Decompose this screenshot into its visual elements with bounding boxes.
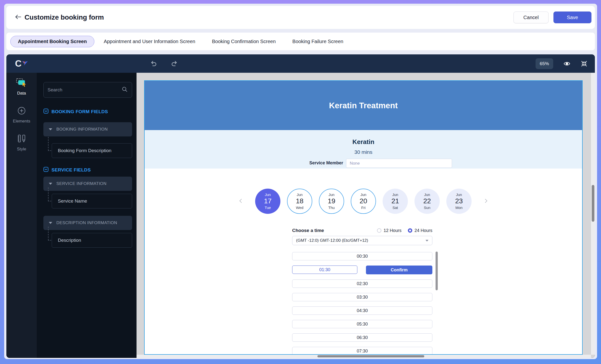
group-header-service-information[interactable]: SERVICE INFORMATION <box>43 177 132 191</box>
undo-icon[interactable] <box>148 59 158 69</box>
field-item-description[interactable]: Description <box>52 233 132 248</box>
sidebar-item-data[interactable]: Data <box>16 78 27 96</box>
redo-icon[interactable] <box>170 59 180 69</box>
app-logo: C <box>6 59 37 69</box>
date-pill-jun-19[interactable]: Jun19Thu <box>319 189 344 214</box>
next-dates-button[interactable] <box>482 197 490 206</box>
radio-dot-icon <box>408 228 412 233</box>
back-button[interactable] <box>13 12 23 22</box>
time-slot-01-30[interactable]: 01:30 <box>292 266 357 274</box>
field-item-booking-form-description[interactable]: Booking Form Description <box>52 143 132 158</box>
date-pill-jun-17[interactable]: Jun17Tue <box>255 189 280 214</box>
date-day: 17 <box>264 197 272 205</box>
zoom-level-badge[interactable]: 65% <box>536 58 553 69</box>
date-month: Jun <box>456 193 462 197</box>
confirm-button[interactable]: Confirm <box>366 266 432 274</box>
sidebar-item-label: Style <box>17 147 26 152</box>
workspace: DataElementsStyle BOOKING FORM FIELDSBOO… <box>6 73 595 358</box>
date-month: Jun <box>392 193 398 197</box>
date-day: 18 <box>296 197 303 205</box>
tab-appointment-and-user-information-screen[interactable]: Appointment and User Information Screen <box>95 39 204 44</box>
date-pill-jun-20[interactable]: Jun20Fri <box>351 189 376 214</box>
chevron-down-icon <box>426 240 428 242</box>
tab-booking-failure-screen[interactable]: Booking Failure Screen <box>284 39 352 44</box>
radio-24-hours[interactable]: 24 Hours <box>408 228 432 233</box>
radio-12-hours[interactable]: 12 Hours <box>377 228 401 233</box>
time-slot-05-30[interactable]: 05:30 <box>292 320 432 328</box>
nav-rail: DataElementsStyle <box>6 73 37 358</box>
caret-down-icon <box>49 183 52 185</box>
radio-label: 24 Hours <box>414 228 432 233</box>
caret-down-icon <box>49 128 52 130</box>
caret-down-icon <box>49 222 52 224</box>
service-name: Keratin <box>145 138 582 146</box>
window-frame: Customize booking form Cancel Save Appoi… <box>0 0 601 364</box>
date-month: Jun <box>297 193 302 197</box>
data-panel: BOOKING FORM FIELDSBOOKING INFORMATIONBo… <box>37 73 137 358</box>
section-collapse-icon <box>43 167 49 173</box>
time-slot-list: 00:3001:30Confirm02:3003:3004:3005:3006:… <box>292 252 432 355</box>
field-group-service-information: SERVICE INFORMATIONService Name <box>43 177 132 208</box>
field-group-description-information: DESCRIPTION INFORMATIONDescription <box>43 216 132 248</box>
date-weekday: Sun <box>424 206 430 210</box>
sidebar-item-elements[interactable]: Elements <box>13 106 30 124</box>
group-header-booking-information[interactable]: BOOKING INFORMATION <box>43 122 132 136</box>
tab-booking-confirmation-screen[interactable]: Booking Confirmation Screen <box>204 39 284 44</box>
data-icon <box>16 78 27 89</box>
sidebar-item-label: Elements <box>13 119 30 124</box>
date-day: 23 <box>455 197 463 205</box>
group-header-description-information[interactable]: DESCRIPTION INFORMATION <box>43 216 132 230</box>
slot-list-scrollbar[interactable] <box>436 252 438 290</box>
group-header-label: SERVICE INFORMATION <box>56 181 106 186</box>
service-banner-title: Keratin Treatment <box>329 101 398 110</box>
timezone-select[interactable]: (GMT -12:0) GMT-12:00 (Etc/GMT+12) <box>292 236 432 245</box>
time-slot-07-30[interactable]: 07:30 <box>292 347 432 355</box>
service-member-select[interactable]: None <box>346 159 452 168</box>
group-header-label: DESCRIPTION INFORMATION <box>56 220 117 225</box>
prev-dates-button[interactable] <box>237 197 245 206</box>
time-slot-02-30[interactable]: 02:30 <box>292 279 432 288</box>
elements-icon <box>16 106 27 117</box>
date-weekday: Wed <box>296 206 303 210</box>
date-month: Jun <box>328 193 334 197</box>
search-box <box>43 82 132 98</box>
date-pill-jun-23: Jun23Mon <box>446 189 472 214</box>
cancel-button[interactable]: Cancel <box>513 12 549 23</box>
date-weekday: Fri <box>361 206 366 210</box>
tab-appointment-booking-screen[interactable]: Appointment Booking Screen <box>10 36 94 47</box>
group-header-label: BOOKING INFORMATION <box>56 127 108 132</box>
radio-label: 12 Hours <box>384 228 401 233</box>
date-pill-jun-18[interactable]: Jun18Wed <box>287 189 312 214</box>
date-weekday: Mon <box>455 206 463 210</box>
date-weekday: Sat <box>392 206 398 210</box>
horizontal-scrollbar-track <box>137 355 591 358</box>
section-title-booking-form-fields[interactable]: BOOKING FORM FIELDS <box>43 109 132 115</box>
date-day: 20 <box>360 197 367 205</box>
time-slot-03-30[interactable]: 03:30 <box>292 293 432 301</box>
field-sections: BOOKING FORM FIELDSBOOKING INFORMATIONBo… <box>43 109 132 248</box>
page-title: Customize booking form <box>25 13 104 21</box>
date-weekday: Thu <box>328 206 335 210</box>
time-slot-06-30[interactable]: 06:30 <box>292 333 432 342</box>
date-pills: Jun17TueJun18WedJun19ThuJun20FriJun21Sat… <box>255 189 472 214</box>
section-title-label: SERVICE FIELDS <box>51 167 91 173</box>
collapse-icon[interactable] <box>579 59 589 69</box>
save-button[interactable]: Save <box>553 12 591 23</box>
search-icon <box>122 86 128 94</box>
section-title-service-fields[interactable]: SERVICE FIELDS <box>43 167 132 173</box>
time-slot-00-30[interactable]: 00:30 <box>292 252 432 260</box>
vertical-scrollbar-track <box>591 73 595 355</box>
vertical-scrollbar-thumb[interactable] <box>592 185 594 222</box>
editor-card: C 65% <box>6 54 595 358</box>
preview-eye-icon[interactable] <box>562 59 572 69</box>
chevron-left-icon <box>238 198 244 205</box>
field-group-booking-information: BOOKING INFORMATIONBooking Form Descript… <box>43 122 132 158</box>
booking-preview: Keratin Treatment Keratin 30 mins Servic… <box>144 80 583 355</box>
search-input[interactable] <box>48 87 122 93</box>
horizontal-scrollbar-thumb[interactable] <box>317 355 424 357</box>
sidebar-item-style[interactable]: Style <box>16 133 27 152</box>
field-item-service-name[interactable]: Service Name <box>52 194 132 208</box>
time-slot-04-30[interactable]: 04:30 <box>292 306 432 315</box>
date-month: Jun <box>360 193 366 197</box>
page-header: Customize booking form Cancel Save <box>6 6 595 29</box>
